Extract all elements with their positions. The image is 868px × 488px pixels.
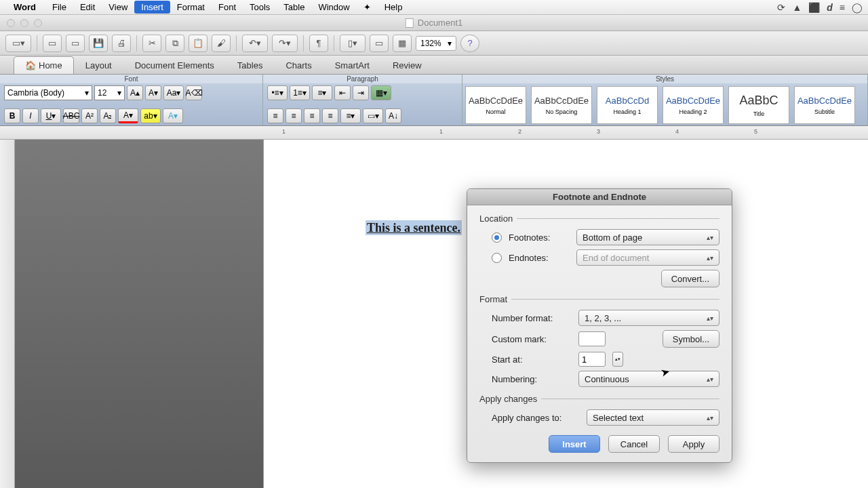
grow-font-button[interactable]: A▴ <box>127 85 143 100</box>
gallery-button[interactable]: ▦ <box>393 35 412 52</box>
style-title[interactable]: AaBbCTitle <box>728 86 789 124</box>
columns-button[interactable]: ▯▾ <box>340 35 366 52</box>
menu-help[interactable]: Help <box>378 1 410 14</box>
font-color-button[interactable]: A▾ <box>118 108 138 123</box>
tab-review[interactable]: Review <box>381 56 433 74</box>
drive-icon[interactable]: ▲ <box>792 2 802 13</box>
menu-window[interactable]: Window <box>311 1 356 14</box>
align-center-button[interactable]: ≡ <box>285 108 302 123</box>
symbol-button[interactable]: Symbol... <box>663 330 719 348</box>
pilcrow-button[interactable]: ¶ <box>309 35 328 52</box>
menu-font[interactable]: Font <box>212 1 243 14</box>
italic-button[interactable]: I <box>22 108 39 123</box>
start-at-stepper[interactable]: ▴▾ <box>612 352 623 367</box>
footnotes-radio[interactable] <box>492 232 502 243</box>
subscript-button[interactable]: A₂ <box>100 108 116 123</box>
close-window-button[interactable] <box>7 19 15 27</box>
d-icon[interactable]: d <box>827 2 833 13</box>
number-format-label: Number format: <box>492 313 572 323</box>
style-subtitle[interactable]: AaBbCcDdEeSubtitle <box>794 86 855 124</box>
change-case-button[interactable]: Aa▾ <box>163 85 184 100</box>
circle-icon[interactable]: ◯ <box>852 2 863 13</box>
vertical-ruler[interactable] <box>0 140 15 488</box>
menu-insert[interactable]: Insert <box>134 1 170 14</box>
help-button[interactable]: ? <box>460 35 479 52</box>
decrease-indent-button[interactable]: ⇤ <box>334 85 351 100</box>
menu-file[interactable]: File <box>45 1 73 14</box>
menu-view[interactable]: View <box>102 1 134 14</box>
zoom-window-button[interactable] <box>34 19 42 27</box>
cut-button[interactable]: ✂ <box>142 35 161 52</box>
number-format-select[interactable]: 1, 2, 3, ...▴▾ <box>578 310 719 326</box>
tab-layout[interactable]: Layout <box>74 56 123 74</box>
borders-button[interactable]: ▦▾ <box>371 85 391 100</box>
print-button[interactable]: 🖨 <box>112 35 131 52</box>
paste-button[interactable]: 📋 <box>189 35 208 52</box>
bold-button[interactable]: B <box>4 108 20 123</box>
align-left-button[interactable]: ≡ <box>267 108 283 123</box>
save-button[interactable]: 💾 <box>89 35 108 52</box>
undo-button[interactable]: ↶▾ <box>242 35 268 52</box>
new-doc-button[interactable]: ▭▾ <box>5 35 31 52</box>
sort-button[interactable]: A↓ <box>385 108 401 123</box>
font-size-select[interactable]: 12▾ <box>94 85 125 100</box>
footnotes-location-select[interactable]: Bottom of page▴▾ <box>576 229 719 245</box>
copy-button[interactable]: ⧉ <box>165 35 184 52</box>
standard-toolbar: ▭▾ ▭ ▭ 💾 🖨 ✂ ⧉ 📋 🖌 ↶▾ ↷▾ ¶ ▯▾ ▭ ▦ 132%▾ … <box>0 31 868 56</box>
numbering-select[interactable]: Continuous▴▾ <box>578 371 719 387</box>
endnotes-radio[interactable] <box>492 253 502 263</box>
custom-mark-input[interactable] <box>578 331 606 346</box>
tab-tables[interactable]: Tables <box>226 56 275 74</box>
zoom-selector[interactable]: 132%▾ <box>416 36 456 51</box>
tab-home[interactable]: 🏠Home <box>14 56 74 74</box>
strike-button[interactable]: ABC <box>63 108 79 123</box>
bullets-button[interactable]: •≡▾ <box>267 85 288 100</box>
multilevel-button[interactable]: ≡▾ <box>312 85 332 100</box>
start-at-input[interactable] <box>578 352 606 367</box>
tab-smartart[interactable]: SmartArt <box>323 56 381 74</box>
format-painter-button[interactable]: 🖌 <box>212 35 231 52</box>
underline-button[interactable]: U▾ <box>41 108 61 123</box>
insert-button[interactable]: Insert <box>549 435 600 453</box>
highlight-button[interactable]: ab▾ <box>140 108 161 123</box>
menu-script-icon[interactable]: ✦ <box>357 1 378 14</box>
apply-changes-to-select[interactable]: Selected text▴▾ <box>587 409 719 426</box>
line-spacing-button[interactable]: ≡▾ <box>340 108 361 123</box>
style-no-spacing[interactable]: AaBbCcDdEeNo Spacing <box>531 86 592 124</box>
menu-tools[interactable]: Tools <box>243 1 277 14</box>
ribbon-group-styles-label: Styles <box>462 75 867 83</box>
sync-icon[interactable]: ⟳ <box>777 2 785 13</box>
shrink-font-button[interactable]: A▾ <box>145 85 161 100</box>
tab-document-elements[interactable]: Document Elements <box>123 56 226 74</box>
cancel-button[interactable]: Cancel <box>608 435 660 453</box>
align-right-button[interactable]: ≡ <box>304 108 320 123</box>
font-family-select[interactable]: Cambria (Body)▾ <box>4 85 92 100</box>
clear-formatting-button[interactable]: A⌫ <box>186 85 202 100</box>
style-normal[interactable]: AaBbCcDdEeNormal <box>465 86 526 124</box>
text-effects-button[interactable]: A▾ <box>163 108 183 123</box>
endnotes-location-select[interactable]: End of document▴▾ <box>576 249 719 266</box>
tab-charts[interactable]: Charts <box>274 56 323 74</box>
increase-indent-button[interactable]: ⇥ <box>353 85 369 100</box>
open2-button[interactable]: ▭ <box>66 35 85 52</box>
hat-icon[interactable]: ⬛ <box>808 2 820 13</box>
nav-button[interactable]: ▭ <box>370 35 389 52</box>
horizontal-ruler[interactable]: 1 1 2 3 4 5 <box>0 126 868 140</box>
superscript-button[interactable]: A² <box>81 108 98 123</box>
shading-button[interactable]: ▭▾ <box>363 108 383 123</box>
justify-button[interactable]: ≡ <box>322 108 338 123</box>
minimize-window-button[interactable] <box>20 19 28 27</box>
document-text[interactable]: This is a sentence. <box>366 220 462 235</box>
apply-button[interactable]: Apply <box>668 435 719 453</box>
open-button[interactable]: ▭ <box>43 35 62 52</box>
menu-format[interactable]: Format <box>170 1 212 14</box>
ribbon-tabs: 🏠Home Layout Document Elements Tables Ch… <box>0 56 868 75</box>
redo-button[interactable]: ↷▾ <box>272 35 298 52</box>
style-heading-2[interactable]: AaBbCcDdEeHeading 2 <box>663 86 724 124</box>
bars-icon[interactable]: ≡ <box>840 2 845 13</box>
menu-edit[interactable]: Edit <box>73 1 102 14</box>
convert-button[interactable]: Convert... <box>661 270 719 287</box>
numbering-button[interactable]: 1≡▾ <box>290 85 310 100</box>
style-heading-1[interactable]: AaBbCcDdHeading 1 <box>597 86 658 124</box>
menu-table[interactable]: Table <box>277 1 311 14</box>
